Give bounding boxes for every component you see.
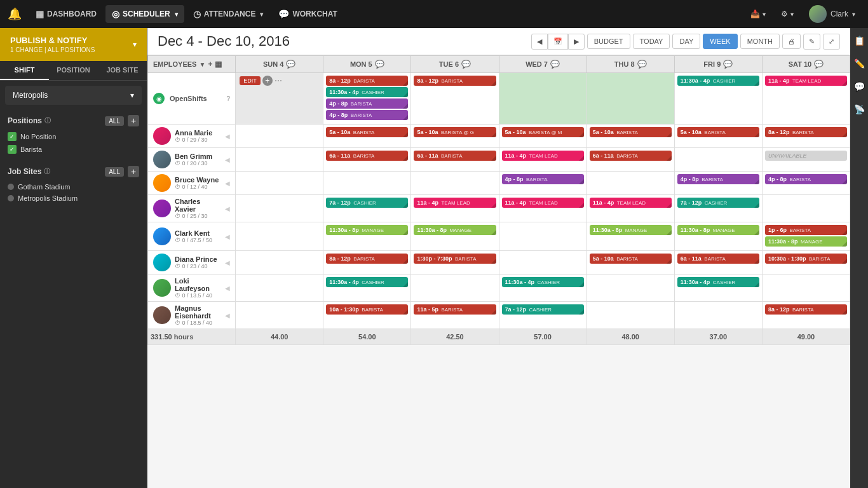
shift-cell-diana-fri9[interactable]: 6a - 11a BARISTA — [674, 251, 762, 274]
calendar-picker-button[interactable]: 📅 — [548, 34, 568, 50]
notification-bell-icon[interactable]: 🔔 — [8, 7, 22, 21]
no-position-checkbox[interactable]: ✓ — [8, 132, 17, 141]
shift-block[interactable]: 8a - 12p BARISTA — [326, 254, 408, 264]
shift-block[interactable]: 11a - 4p TEAM LEAD — [765, 76, 847, 86]
budget-button[interactable]: BUDGET — [587, 34, 630, 49]
sun-chat-icon[interactable]: 💬 — [286, 60, 295, 69]
positions-add-button[interactable]: + — [128, 115, 139, 126]
shift-block[interactable]: 5a - 10a BARISTA — [590, 127, 672, 137]
shift-block[interactable]: 1p - 6p BARISTA — [765, 225, 847, 235]
week-button[interactable]: WEEK — [703, 34, 737, 49]
shift-cell-bruce-tue6[interactable] — [411, 172, 499, 195]
shift-block[interactable]: 6a - 11a BARISTA — [677, 254, 759, 264]
shift-cell-magnus-wed7[interactable]: 7a - 12p CASHIER — [499, 302, 587, 329]
shift-cell-clark-wed7[interactable] — [499, 222, 587, 251]
shift-cell-bruce-sun4[interactable] — [236, 172, 323, 195]
job-site-gotham[interactable]: Gotham Stadium — [8, 181, 139, 193]
wed-chat-icon[interactable]: 💬 — [550, 60, 560, 69]
day-button[interactable]: DAY — [672, 34, 700, 49]
shift-cell-ben-sat10[interactable]: UNAVAILABLE — [762, 148, 850, 172]
shift-block[interactable]: 11a - 4p TEAM LEAD — [502, 151, 584, 161]
publish-notify-button[interactable]: PUBLISH & NOTIFY 1 CHANGE | ALL POSITION… — [0, 28, 147, 61]
today-button[interactable]: TODAY — [633, 34, 670, 49]
shift-cell-ben-sun4[interactable] — [236, 148, 323, 172]
shift-cell-diana-sat10[interactable]: 10:30a - 1:30p BARISTA — [762, 251, 850, 274]
employee-expand-icon[interactable]: ◀ — [225, 259, 230, 266]
position-barista[interactable]: ✓ Barista — [8, 143, 139, 156]
attendance-dropdown-icon[interactable]: ▾ — [260, 11, 263, 18]
barista-checkbox[interactable]: ✓ — [8, 145, 17, 154]
nav-attendance[interactable]: ◷ ATTENDANCE ▾ — [187, 5, 270, 23]
shift-cell-magnus-sat10[interactable]: 8a - 12p BARISTA — [762, 302, 850, 329]
shift-cell-bruce-thu8[interactable] — [587, 172, 674, 195]
shift-block[interactable]: 11a - 4p TEAM LEAD — [414, 198, 496, 208]
shift-block[interactable]: 10:30a - 1:30p BARISTA — [765, 254, 847, 264]
shift-block[interactable]: 11:30a - 4p CASHIER — [502, 277, 584, 287]
shift-cell-bruce-sat10[interactable]: 4p - 8p BARISTA — [762, 172, 850, 195]
settings-icon-btn[interactable]: ⚙ ▾ — [776, 7, 799, 21]
shift-cell-loki-sat10[interactable] — [762, 274, 850, 302]
shift-cell-diana-wed7[interactable] — [499, 251, 587, 274]
shift-block[interactable]: 6a - 11a BARISTA — [414, 151, 496, 161]
shift-cell-diana-thu8[interactable]: 5a - 10a BARISTA — [587, 251, 674, 274]
shift-cell-loki-fri9[interactable]: 11:30a - 4p CASHIER — [674, 274, 762, 302]
shift-cell-loki-wed7[interactable]: 11:30a - 4p CASHIER — [499, 274, 587, 302]
shift-block[interactable]: 10a - 1:30p BARISTA — [326, 304, 408, 315]
shift-block[interactable]: 5a - 10a BARISTA — [590, 254, 672, 264]
edit-open-shifts-button[interactable]: EDIT — [240, 76, 261, 85]
positions-all-badge[interactable]: ALL — [105, 116, 124, 126]
job-sites-add-button[interactable]: + — [128, 166, 139, 177]
print-button[interactable]: 🖨 — [782, 34, 801, 49]
shift-cell-clark-sun4[interactable] — [236, 222, 323, 251]
shift-block[interactable]: 11a - 4p TEAM LEAD — [502, 198, 584, 208]
shift-block[interactable]: 7a - 12p CASHIER — [502, 304, 584, 315]
shift-cell-clark-thu8[interactable]: 11:30a - 8p MANAGE — [587, 222, 674, 251]
shift-cell-charles-thu8[interactable]: 11a - 4p TEAM LEAD — [587, 195, 674, 222]
shift-cell-charles-sun4[interactable] — [236, 195, 323, 222]
shift-cell-loki-sun4[interactable] — [236, 274, 323, 302]
shift-cell-clark-mon5[interactable]: 11:30a - 8p MANAGE — [323, 222, 411, 251]
shift-cell-loki-tue6[interactable] — [411, 274, 499, 302]
shift-block[interactable]: 4p - 8p BARISTA — [326, 98, 408, 109]
nav-dashboard[interactable]: ▦ DASHBOARD — [29, 5, 103, 23]
shift-block[interactable]: 11:30a - 8p MANAGE — [414, 225, 496, 235]
employee-expand-icon[interactable]: ◀ — [225, 180, 230, 187]
shift-cell-anna-wed7[interactable]: 5a - 10a BARISTA @ M — [499, 125, 587, 148]
shift-block[interactable]: 11:30a - 4p CASHIER — [326, 87, 408, 97]
expand-button[interactable]: ⤢ — [823, 34, 840, 50]
employee-expand-icon[interactable]: ◀ — [225, 312, 230, 319]
job-site-metropolis[interactable]: Metropolis Stadium — [8, 193, 139, 204]
shift-cell-anna-sat10[interactable]: 8a - 12p BARISTA — [762, 125, 850, 148]
shift-cell-charles-fri9[interactable]: 7a - 12p CASHIER — [674, 195, 762, 222]
employee-expand-icon[interactable]: ◀ — [225, 133, 230, 140]
tab-jobsite[interactable]: JOB SITE — [98, 61, 147, 80]
shift-cell-charles-sat10[interactable] — [762, 195, 850, 222]
shift-cell-charles-tue6[interactable]: 11a - 4p TEAM LEAD — [411, 195, 499, 222]
shift-block[interactable]: 7a - 12p CASHIER — [677, 198, 759, 208]
job-sites-all-badge[interactable]: ALL — [105, 167, 124, 177]
shift-cell-ben-mon5[interactable]: 6a - 11a BARISTA — [323, 148, 411, 172]
shift-block[interactable]: 11:30a - 4p CASHIER — [677, 277, 759, 287]
shift-cell-magnus-tue6[interactable]: 11a - 5p BARISTA — [411, 302, 499, 329]
shift-block[interactable]: 6a - 11a BARISTA — [326, 151, 408, 161]
shift-cell-diana-mon5[interactable]: 8a - 12p BARISTA — [323, 251, 411, 274]
shift-block[interactable]: 5a - 10a BARISTA — [326, 127, 408, 137]
shift-cell-anna-tue6[interactable]: 5a - 10a BARISTA @ G — [411, 125, 499, 148]
shift-cell-bruce-mon5[interactable] — [323, 172, 411, 195]
positions-info-icon[interactable]: ⓘ — [44, 116, 51, 125]
shift-block[interactable]: 1:30p - 7:30p BARISTA — [414, 254, 496, 264]
location-selector[interactable]: Metropolis ▾ — [5, 86, 142, 105]
thu-chat-icon[interactable]: 💬 — [637, 60, 647, 69]
shift-cell-bruce-fri9[interactable]: 4p - 8p BARISTA — [674, 172, 762, 195]
shift-cell-magnus-sun4[interactable] — [236, 302, 323, 329]
shift-cell-loki-thu8[interactable] — [587, 274, 674, 302]
shift-block[interactable]: 11a - 4p TEAM LEAD — [590, 198, 672, 208]
position-no-position[interactable]: ✓ No Position — [8, 130, 139, 143]
employees-add-icon[interactable]: + — [208, 60, 212, 69]
shift-cell-loki-mon5[interactable]: 11:30a - 4p CASHIER — [323, 274, 411, 302]
shift-cell-anna-mon5[interactable]: 5a - 10a BARISTA — [323, 125, 411, 148]
tue-chat-icon[interactable]: 💬 — [461, 60, 471, 69]
user-menu[interactable]: Clark ▾ — [804, 3, 860, 25]
shift-cell-clark-tue6[interactable]: 11:30a - 8p MANAGE — [411, 222, 499, 251]
shift-block[interactable]: 4p - 8p BARISTA — [502, 174, 584, 184]
